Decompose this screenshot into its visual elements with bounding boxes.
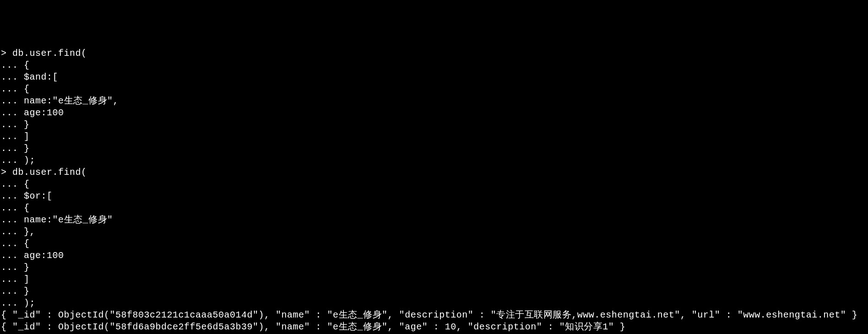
terminal-line: > db.user.find( [1, 48, 867, 59]
terminal-line: ... { [1, 238, 867, 250]
terminal-line: ... age:100 [1, 250, 867, 262]
terminal-line: ... { [1, 202, 867, 214]
terminal-line: ... } [1, 262, 867, 274]
terminal-line: ... $or:[ [1, 190, 867, 202]
terminal-line: ... ] [1, 274, 867, 286]
terminal-line: ... ] [1, 131, 867, 143]
terminal-line: ... { [1, 83, 867, 95]
terminal-line: { "_id" : ObjectId("58f803c2121c1caaa50a… [1, 309, 867, 321]
terminal-line: ... { [1, 178, 867, 190]
terminal-line: ... } [1, 119, 867, 131]
terminal-line: ... { [1, 59, 867, 71]
terminal-line: > db.user.find( [1, 167, 867, 178]
terminal-line: { "_id" : ObjectId("58fd6a9bdce2ff5e6d5a… [1, 321, 867, 333]
terminal-line: ... } [1, 286, 867, 297]
terminal-output[interactable]: > db.user.find(... {... $and:[... {... n… [1, 48, 867, 334]
terminal-line: ... age:100 [1, 107, 867, 119]
terminal-line: ... ); [1, 155, 867, 167]
terminal-line: ... name:"e生态_修身" [1, 214, 867, 226]
terminal-line: ... $and:[ [1, 71, 867, 83]
terminal-line: ... } [1, 143, 867, 155]
terminal-line: ... }, [1, 226, 867, 238]
terminal-line: ... name:"e生态_修身", [1, 95, 867, 107]
terminal-line: ... ); [1, 297, 867, 309]
